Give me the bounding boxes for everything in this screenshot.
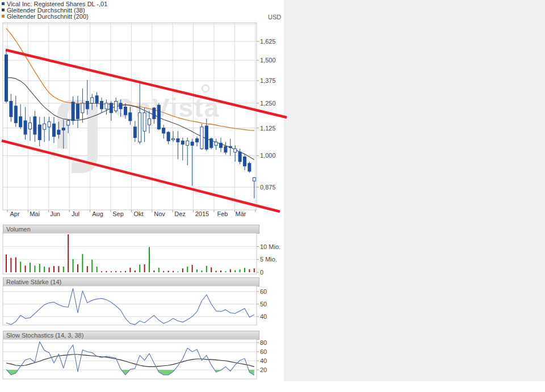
candle-body — [95, 96, 98, 103]
price-tick-label: 1,500 — [260, 57, 276, 64]
volume-bar — [15, 258, 16, 272]
month-label: Okt — [133, 210, 143, 217]
volume-bar — [39, 264, 40, 272]
candle-body — [196, 138, 199, 142]
volume-bar — [244, 268, 245, 272]
month-label: Sep — [112, 210, 124, 217]
stochastics-tick-label: 40 — [260, 357, 267, 364]
candle-body — [248, 163, 251, 171]
volume-bar — [125, 271, 126, 272]
rsi-tick-label: 40 — [260, 313, 267, 320]
candle-body — [110, 103, 112, 113]
candle-body — [191, 142, 194, 145]
volume-bar — [158, 268, 160, 272]
candle-body — [224, 146, 227, 152]
volume-bar — [149, 247, 150, 272]
volume-bar — [63, 267, 64, 272]
candle-body — [229, 146, 232, 147]
volume-bar — [144, 264, 145, 272]
candle-body — [10, 102, 12, 117]
candle-body — [167, 132, 170, 141]
price-tick-label: 1,000 — [260, 152, 276, 159]
chart-canvas: OnVista1,6251,5001,3751,2501,1251,0000,8… — [0, 0, 545, 392]
stochastics-tick-label: 20 — [260, 366, 267, 373]
volume-bar — [135, 271, 136, 272]
candle-body — [43, 124, 46, 129]
candle-body — [133, 127, 136, 138]
volume-bar — [25, 265, 26, 272]
candle-body — [205, 126, 208, 149]
candle-body — [148, 119, 151, 125]
volume-bar — [192, 265, 193, 272]
candle-body — [91, 98, 94, 103]
month-label: Mai — [30, 210, 40, 217]
candle-body — [238, 152, 241, 162]
candle-body — [139, 113, 141, 142]
volume-bar — [216, 271, 217, 272]
volume-bar — [211, 267, 212, 272]
candle-body — [48, 122, 51, 127]
price-tick-label: 1,375 — [260, 77, 276, 84]
volume-bar — [30, 263, 31, 272]
volume-bar — [163, 271, 164, 272]
candle-body — [62, 128, 65, 130]
candle-body — [53, 124, 56, 136]
candle-body — [162, 128, 165, 133]
volume-tick-label: 0 — [260, 269, 263, 276]
volume-bar — [177, 272, 178, 272]
volume-bar — [10, 258, 11, 272]
volume-bar — [220, 271, 221, 272]
volume-bar — [6, 255, 7, 272]
candle-body — [5, 55, 8, 102]
volume-bar — [68, 234, 69, 272]
candle-body — [33, 117, 36, 134]
volume-bar — [44, 267, 45, 272]
volume-bar — [120, 271, 121, 272]
volume-bar — [77, 264, 78, 272]
candle-body — [100, 102, 103, 109]
candle-body — [57, 130, 60, 134]
candle-body — [186, 141, 189, 145]
volume-bar — [97, 267, 98, 272]
volume-bar — [230, 269, 231, 272]
price-tick-label: 1,250 — [260, 100, 276, 107]
candle-body — [119, 103, 122, 109]
volume-bar — [53, 266, 54, 272]
volume-bar — [206, 266, 207, 272]
volume-bar — [182, 268, 183, 272]
month-label: Mär — [236, 210, 246, 217]
volume-bar — [20, 262, 21, 272]
volume-bar — [173, 271, 174, 272]
candle-body — [200, 127, 203, 149]
volume-bar — [101, 271, 102, 272]
candle-body — [115, 102, 118, 111]
candle-body — [234, 149, 237, 152]
candle-body — [172, 138, 175, 140]
month-label: Apr — [10, 210, 19, 217]
volume-tick-label: 5 Mio. — [260, 256, 277, 263]
volume-bar — [240, 269, 241, 272]
volume-bar — [49, 267, 50, 272]
chart-page: Vical Inc. Registered Shares DL -,01 Gle… — [0, 0, 545, 392]
candle-body — [105, 103, 108, 109]
candle-body — [244, 157, 246, 166]
candle-body — [81, 103, 84, 113]
volume-bar — [139, 264, 140, 272]
volume-bar — [254, 268, 255, 272]
volume-bar — [58, 266, 59, 272]
volume-tick-label: 10 Mio. — [260, 243, 280, 250]
candle-body — [210, 138, 213, 147]
candle-body — [72, 102, 74, 121]
candle-body — [157, 105, 160, 129]
candle-body — [14, 106, 17, 123]
candle-body — [181, 141, 184, 144]
month-label: 2015 — [195, 210, 209, 217]
rsi-tick-label: 60 — [260, 288, 267, 295]
candle-body — [38, 125, 41, 140]
volume-bar — [129, 268, 131, 272]
volume-bar — [87, 266, 88, 272]
month-label: Dez — [174, 210, 186, 217]
month-label: Aug — [92, 210, 103, 217]
month-label: Feb — [217, 210, 228, 217]
candle-body — [143, 113, 146, 131]
